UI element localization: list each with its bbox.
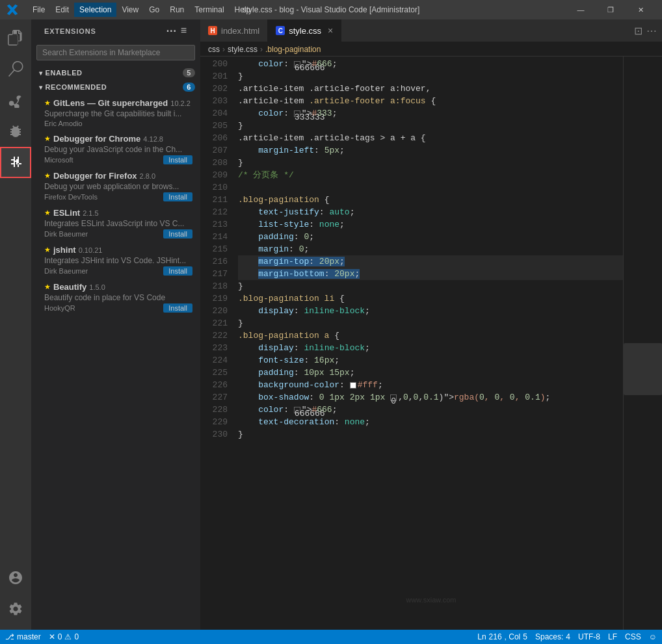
ext-debugger-firefox-footer: Firefox DevTools Install bbox=[44, 192, 192, 201]
status-git-branch: master bbox=[17, 632, 41, 641]
code-line: /* 分页条 */ bbox=[238, 169, 623, 181]
ext-beautify-star: ★ bbox=[44, 283, 51, 291]
ext-beautify[interactable]: ★ Beautify 1.5.0 Beautify code in place … bbox=[31, 278, 200, 315]
ext-gitlens-footer: Eric Amodio bbox=[44, 120, 192, 127]
more-actions-icon[interactable]: ⋯ bbox=[646, 25, 657, 37]
code-content[interactable]: color: 666666">#666;}.article-item .arti… bbox=[233, 57, 623, 630]
ext-jshint-install[interactable]: Install bbox=[163, 266, 192, 276]
ext-debugger-chrome-footer: Microsoft Install bbox=[44, 155, 192, 164]
ext-beautify-author: HookyQR bbox=[44, 304, 75, 312]
status-git[interactable]: ⎇ master bbox=[5, 632, 41, 641]
titlebar-controls: — ❐ ✕ bbox=[566, 0, 655, 19]
status-eol[interactable]: LF bbox=[608, 632, 617, 641]
accounts-icon bbox=[8, 570, 23, 586]
code-line: .article-item .article-footer a:focus { bbox=[238, 95, 623, 107]
status-errors[interactable]: ✕ 0 ⚠ 0 bbox=[49, 632, 79, 641]
search-input[interactable] bbox=[36, 45, 195, 60]
section-enabled[interactable]: ▾ENABLED 5 bbox=[31, 66, 200, 80]
ext-gitlens-version: 10.2.2 bbox=[170, 99, 191, 107]
section-recommended[interactable]: ▾RECOMMENDED 6 bbox=[31, 80, 200, 94]
code-line: margin-top: 20px; bbox=[238, 255, 623, 268]
breadcrumb-file[interactable]: style.css bbox=[228, 45, 258, 54]
activity-accounts[interactable] bbox=[0, 562, 31, 593]
activity-bar bbox=[0, 19, 31, 630]
menu-run[interactable]: Run bbox=[165, 3, 189, 17]
ext-debugger-firefox-desc: Debug your web application or brows... bbox=[44, 182, 187, 191]
status-ln-label: Ln bbox=[477, 632, 486, 641]
status-language[interactable]: CSS bbox=[625, 632, 641, 641]
sidebar-extensions: EXTENSIONS ⋯ ≡ ▾ENABLED 5 ▾RECOMMENDED 6 bbox=[31, 19, 200, 630]
ext-debugger-chrome-install[interactable]: Install bbox=[163, 155, 192, 164]
code-line: margin-left: 5px; bbox=[238, 144, 623, 157]
code-line: } bbox=[238, 317, 623, 329]
warning-icon: ⚠ bbox=[64, 632, 72, 641]
sidebar-filter-icon[interactable]: ⋯ bbox=[166, 25, 177, 37]
ext-debugger-firefox[interactable]: ★ Debugger for Firefox 2.8.0 Debug your … bbox=[31, 167, 200, 204]
minimap-slider[interactable] bbox=[624, 343, 662, 395]
code-editor[interactable]: 2002012022032042052062072082092102112122… bbox=[200, 57, 662, 630]
settings-icon bbox=[8, 601, 23, 617]
git-icon: ⎇ bbox=[5, 632, 14, 641]
split-editor-icon[interactable]: ⊡ bbox=[634, 25, 642, 37]
menu-selection[interactable]: Selection bbox=[74, 3, 116, 17]
ext-jshint[interactable]: ★ jshint 0.10.21 Integrates JSHint into … bbox=[31, 241, 200, 278]
ext-debugger-chrome-star: ★ bbox=[44, 135, 51, 143]
tab-css-label: style.css bbox=[289, 26, 321, 36]
minimize-button[interactable]: — bbox=[566, 0, 596, 19]
ext-eslint-version: 2.1.5 bbox=[83, 209, 98, 217]
sidebar-title: EXTENSIONS bbox=[44, 27, 96, 35]
code-line bbox=[238, 181, 623, 194]
ext-gitlens[interactable]: ★ GitLens — Git supercharged 10.2.2 Supe… bbox=[31, 94, 200, 130]
ext-debugger-chrome-desc: Debug your JavaScript code in the Ch... bbox=[44, 145, 187, 154]
ext-beautify-header: ★ Beautify 1.5.0 bbox=[44, 282, 192, 292]
editor-area: H index.html C style.css × ⊡ ⋯ css › sty… bbox=[200, 19, 662, 630]
ext-eslint[interactable]: ★ ESLint 2.1.5 Integrates ESLint JavaScr… bbox=[31, 204, 200, 241]
menu-view[interactable]: View bbox=[116, 3, 144, 17]
maximize-button[interactable]: ❐ bbox=[596, 0, 626, 19]
code-line: text-decoration: none; bbox=[238, 416, 623, 428]
menu-file[interactable]: File bbox=[27, 3, 50, 17]
activity-explorer[interactable] bbox=[0, 22, 31, 53]
status-right: Ln 216 , Col 5 Spaces: 4 UTF-8 LF CSS ☺ bbox=[477, 632, 657, 641]
ext-eslint-desc: Integrates ESLint JavaScript into VS C..… bbox=[44, 219, 187, 228]
ext-debugger-chrome[interactable]: ★ Debugger for Chrome 4.12.8 Debug your … bbox=[31, 130, 200, 167]
menu-terminal[interactable]: Terminal bbox=[189, 3, 229, 17]
titlebar-title: style.css - blog - Visual Studio Code [A… bbox=[243, 5, 420, 14]
tab-index-html[interactable]: H index.html bbox=[200, 19, 268, 42]
ext-beautify-install[interactable]: Install bbox=[163, 303, 192, 313]
ext-debugger-chrome-name: Debugger for Chrome bbox=[53, 134, 140, 144]
ext-jshint-star: ★ bbox=[44, 246, 51, 254]
tab-style-css[interactable]: C style.css × bbox=[268, 19, 341, 42]
activity-debug[interactable] bbox=[0, 116, 31, 147]
code-line: font-size: 16px; bbox=[238, 354, 623, 367]
menu-go[interactable]: Go bbox=[144, 3, 165, 17]
menu-edit[interactable]: Edit bbox=[50, 3, 74, 17]
ext-debugger-firefox-author: Firefox DevTools bbox=[44, 193, 98, 201]
activity-search[interactable] bbox=[0, 53, 31, 84]
ext-eslint-install[interactable]: Install bbox=[163, 229, 192, 238]
activity-source-control[interactable] bbox=[0, 84, 31, 116]
status-col-label: , Col bbox=[505, 632, 521, 641]
ext-eslint-name: ESLint bbox=[53, 208, 80, 218]
close-button[interactable]: ✕ bbox=[626, 0, 655, 19]
breadcrumb-selector[interactable]: .blog-pagination bbox=[265, 45, 321, 54]
code-line: .blog-pagination a { bbox=[238, 329, 623, 342]
code-line: .article-item .article-footer a:hover, bbox=[238, 83, 623, 95]
code-line: box-shadow: 0 1px 2px 1px 0,0,0,0.1)">rg… bbox=[238, 391, 623, 404]
ext-debugger-firefox-install[interactable]: Install bbox=[163, 192, 192, 201]
status-warning-count: 0 bbox=[74, 632, 79, 641]
status-spaces[interactable]: Spaces: 4 bbox=[535, 632, 570, 641]
activity-settings[interactable] bbox=[0, 593, 31, 625]
tab-css-close[interactable]: × bbox=[328, 25, 333, 36]
code-line: padding: 10px 15px; bbox=[238, 367, 623, 379]
error-icon: ✕ bbox=[49, 632, 55, 641]
sidebar-header-icons: ⋯ ≡ bbox=[166, 25, 187, 37]
activity-extensions[interactable] bbox=[0, 147, 31, 178]
sidebar-more-icon[interactable]: ≡ bbox=[181, 25, 187, 37]
breadcrumb-css[interactable]: css bbox=[208, 45, 220, 54]
status-feedback[interactable]: ☺ bbox=[649, 632, 657, 641]
code-line: color: 666666">#666; bbox=[238, 404, 623, 416]
status-encoding[interactable]: UTF-8 bbox=[578, 632, 600, 641]
code-line: } bbox=[238, 280, 623, 292]
status-ln-col[interactable]: Ln 216 , Col 5 bbox=[477, 632, 527, 641]
